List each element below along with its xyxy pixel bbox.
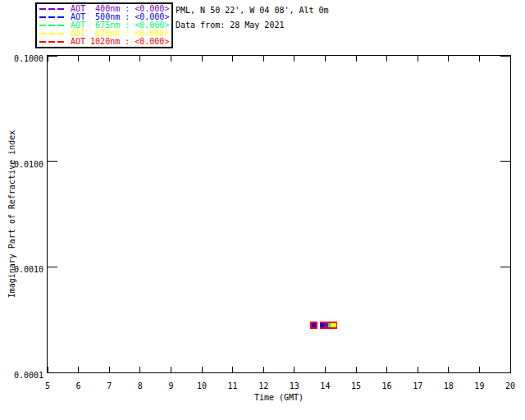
x-tick [78,56,79,62]
y-tick-label: 0.0010 [7,265,43,274]
legend-dash [39,8,46,10]
legend-dash [57,25,64,26]
x-tick [202,367,203,372]
x-tick [479,56,480,62]
x-tick-label: 12 [251,381,276,390]
x-tick [263,367,264,372]
legend-dash [39,16,46,18]
y-tick [500,56,510,57]
x-tick [48,56,48,62]
data-point-marker [332,323,336,327]
legend-line-sample [39,41,66,43]
y-tick [500,161,510,162]
legend-dash [48,25,55,26]
y-tick [500,267,510,267]
x-tick [386,367,387,372]
legend-dash [57,41,64,43]
legend-line-sample [39,33,66,34]
x-tick-label: 10 [189,381,214,390]
legend: AOT 400nm : <0.000>AOT 500nm : <0.000>AO… [35,2,173,48]
x-tick [325,367,326,372]
x-tick-label: 9 [158,381,183,390]
legend-line-sample [39,25,66,26]
x-tick [356,56,357,62]
x-tick-label: 17 [405,381,430,390]
x-tick [294,56,294,62]
x-tick [232,56,233,62]
legend-line-sample [39,16,66,18]
legend-dash [39,25,46,26]
x-tick-label: 13 [282,381,307,390]
legend-dash [39,33,46,34]
data-point-marker [312,323,316,327]
x-tick-label: 5 [35,381,60,390]
x-tick [325,56,326,62]
x-tick-label: 15 [344,381,368,390]
x-tick-label: 16 [375,381,399,390]
legend-dash [48,8,55,10]
legend-dash [57,8,64,10]
legend-dash [57,16,64,18]
legend-dash [48,41,55,43]
x-tick [386,56,387,62]
y-tick [48,372,57,373]
data-point-marker [324,323,328,327]
legend-item-1020nm: AOT 1020nm : <0.000> [39,38,170,46]
legend-dash [48,33,55,34]
x-tick [202,56,203,62]
x-tick [418,56,418,62]
x-tick [418,367,418,372]
x-tick [139,367,140,372]
x-tick [232,367,233,372]
x-tick-label: 8 [128,381,153,390]
x-tick [510,56,511,62]
legend-dash [39,41,46,43]
y-tick [500,372,510,373]
legend-item-label: AOT 1020nm : <0.000> [71,38,169,46]
legend-line-sample [39,8,66,10]
x-tick-label: 14 [313,381,337,390]
x-tick [109,367,110,372]
legend-dash [48,16,55,18]
legend-dash [57,33,64,34]
x-tick [479,367,480,372]
x-tick-label: 18 [436,381,461,390]
x-tick [263,56,264,62]
x-tick [294,367,294,372]
header-date: Data from: 28 May 2021 [176,21,284,30]
x-tick-label: 20 [498,381,523,390]
y-tick-label: 0.1000 [7,54,43,63]
x-tick-label: 19 [467,381,491,390]
x-tick [448,367,449,372]
y-tick [48,161,57,162]
header-location: PML, N 50 22', W 04 08', Alt 0m [176,6,329,15]
y-tick-label: 0.0100 [7,160,43,169]
x-tick [109,56,110,62]
x-tick-label: 11 [221,381,245,390]
y-tick [48,267,57,267]
x-tick-label: 6 [66,381,91,390]
screenshot-root: { "header": { "location_line": "PML, N 5… [0,0,525,420]
y-axis-title: Imaginary Part of Refractive index [7,50,17,378]
x-tick [78,367,79,372]
y-tick [48,56,57,57]
x-tick [171,367,171,372]
y-tick-label: 0.0001 [7,371,43,380]
x-tick-label: 7 [97,381,121,390]
plot-area [47,55,511,373]
x-tick [139,56,140,62]
x-axis-title: Time (GMT) [221,393,336,402]
x-tick [171,56,171,62]
x-tick [448,56,449,62]
x-tick [356,367,357,372]
